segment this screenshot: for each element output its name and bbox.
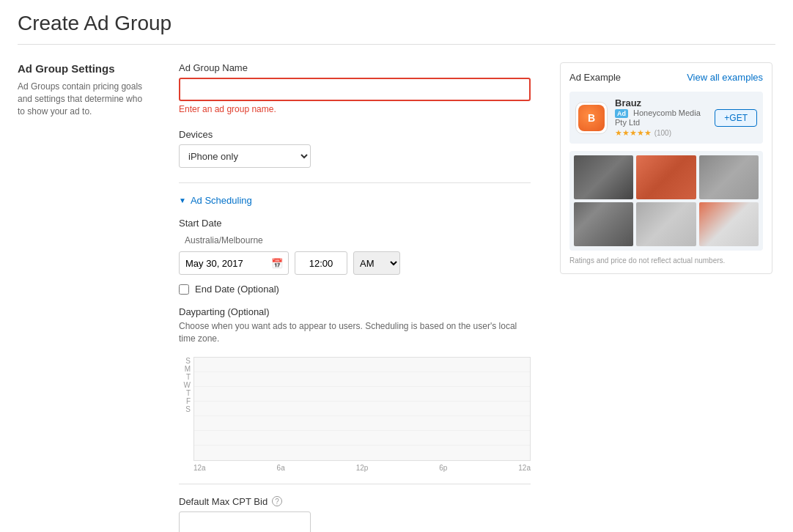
day-label-s2: S — [179, 405, 193, 413]
time-axis-6a: 6a — [277, 464, 285, 472]
day-label-t1: T — [179, 373, 193, 381]
help-icon: ? — [272, 496, 282, 506]
start-date-label: Start Date — [179, 218, 531, 229]
daypart-row-s2 — [194, 446, 530, 460]
app-name: Brauz — [615, 97, 707, 108]
end-date-checkbox[interactable] — [179, 284, 189, 295]
get-button[interactable]: +GET — [715, 109, 757, 127]
page-container: Create Ad Group Ad Group Settings Ad Gro… — [0, 0, 793, 532]
day-bar-s2[interactable] — [194, 446, 530, 460]
day-bar-m[interactable] — [194, 372, 530, 386]
app-icon-letter: B — [588, 112, 595, 124]
daypart-row-m — [194, 372, 530, 387]
daypart-row-t1 — [194, 387, 530, 402]
ad-scheduling-label: Ad Scheduling — [191, 195, 252, 206]
sidebar-section-title: Ad Group Settings — [18, 62, 150, 75]
form-area: Ad Group Name Enter an ad group name. De… — [179, 62, 531, 532]
chevron-down-icon: ▼ — [179, 196, 186, 204]
ad-group-name-input[interactable] — [179, 78, 531, 101]
ad-scheduling-toggle[interactable]: ▼ Ad Scheduling — [179, 195, 531, 206]
section-divider-1 — [179, 182, 531, 183]
section-divider-2 — [179, 484, 531, 484]
dayparting-desc: Choose when you want ads to appear to us… — [179, 320, 531, 345]
time-axis-12a-2: 12a — [518, 464, 531, 472]
screenshot-4 — [574, 202, 633, 246]
day-bar-s1[interactable] — [194, 358, 530, 372]
cpt-bid-label: Default Max CPT Bid — [179, 496, 268, 507]
day-bar-f[interactable] — [194, 431, 530, 445]
right-panel: Ad Example View all examples B Brauz Ad … — [560, 62, 772, 532]
left-sidebar: Ad Group Settings Ad Groups contain pric… — [18, 62, 150, 532]
end-date-label: End Date (Optional) — [195, 284, 279, 295]
app-icon-inner: B — [578, 105, 605, 131]
end-date-row: End Date (Optional) — [179, 284, 531, 295]
main-layout: Ad Group Settings Ad Groups contain pric… — [18, 62, 775, 532]
screenshot-2 — [636, 155, 696, 199]
screenshot-3 — [699, 155, 759, 199]
app-rating: ★★★★★ — [615, 128, 652, 137]
screenshot-1 — [574, 155, 633, 199]
app-publisher-row: Ad Honeycomb Media Pty Ltd — [615, 108, 707, 127]
ad-example-panel: Ad Example View all examples B Brauz Ad … — [560, 62, 772, 274]
devices-group: Devices iPhone only — [179, 129, 531, 168]
cpt-bid-group: Default Max CPT Bid ? — [179, 496, 531, 532]
screenshot-5 — [636, 202, 696, 246]
daypart-row-f — [194, 431, 530, 446]
scheduling-section: Start Date Australia/Melbourne 📅 AM PM — [179, 218, 531, 472]
app-rating-row: ★★★★★ (100) — [615, 127, 707, 138]
ad-disclaimer: Ratings and price do not reflect actual … — [569, 256, 763, 265]
time-input[interactable] — [295, 251, 347, 275]
ad-example-title: Ad Example — [569, 72, 621, 83]
time-axis-12p: 12p — [356, 464, 369, 472]
ad-example-header: Ad Example View all examples — [569, 72, 763, 83]
start-date-input[interactable] — [179, 251, 289, 275]
start-date-row: 📅 AM PM — [179, 251, 531, 275]
timezone-label: Australia/Melbourne — [185, 235, 263, 245]
devices-label: Devices — [179, 129, 531, 140]
date-input-wrap: 📅 — [179, 251, 289, 275]
cpt-label-row: Default Max CPT Bid ? — [179, 496, 531, 507]
daypart-row-s1 — [194, 358, 530, 372]
day-bar-t1[interactable] — [194, 387, 530, 401]
daypart-row-t2 — [194, 416, 530, 431]
ad-group-name-group: Ad Group Name Enter an ad group name. — [179, 62, 531, 114]
day-label-w: W — [179, 381, 193, 389]
app-icon: B — [575, 102, 608, 134]
daypart-row-w — [194, 402, 530, 416]
view-all-examples-link[interactable]: View all examples — [687, 72, 763, 83]
page-divider — [18, 44, 775, 45]
ad-group-name-label: Ad Group Name — [179, 62, 531, 73]
cpt-bid-input[interactable] — [179, 511, 311, 532]
daypart-bars — [193, 357, 531, 461]
day-bar-w[interactable] — [194, 402, 530, 415]
day-bar-t2[interactable] — [194, 416, 530, 430]
day-label-s1: S — [179, 357, 193, 365]
app-info-row: B Brauz Ad Honeycomb Media Pty Ltd ★★★★★… — [569, 92, 763, 144]
app-rating-count: (100) — [654, 129, 671, 137]
time-axis-12a-1: 12a — [193, 464, 206, 472]
screenshot-6 — [699, 202, 759, 246]
ad-group-name-error: Enter an ad group name. — [179, 104, 531, 114]
ad-badge: Ad — [615, 109, 628, 118]
devices-select[interactable]: iPhone only — [179, 144, 311, 168]
app-details: Brauz Ad Honeycomb Media Pty Ltd ★★★★★ (… — [615, 97, 707, 138]
day-labels-column: S M T W T F S — [179, 357, 193, 461]
screenshot-grid — [569, 151, 763, 251]
day-label-m: M — [179, 365, 193, 373]
daypart-grid-wrapper: S M T W T F S — [179, 357, 531, 461]
sidebar-description: Ad Groups contain pricing goals and sett… — [18, 81, 150, 117]
time-axis: 12a 6a 12p 6p 12a — [179, 464, 531, 472]
ampm-select[interactable]: AM PM — [353, 251, 400, 275]
day-label-f: F — [179, 397, 193, 405]
dayparting-title: Dayparting (Optional) — [179, 306, 531, 317]
day-label-t2: T — [179, 389, 193, 397]
time-axis-6p: 6p — [439, 464, 447, 472]
page-title: Create Ad Group — [18, 12, 775, 35]
